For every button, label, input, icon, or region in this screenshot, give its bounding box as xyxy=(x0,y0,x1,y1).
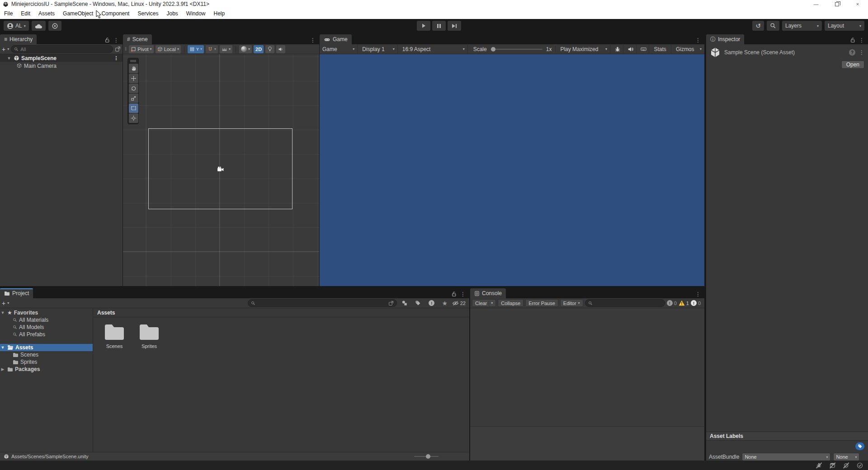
layers-dropdown[interactable]: Layers▾ xyxy=(782,21,822,31)
menu-component[interactable]: Component xyxy=(97,8,133,19)
console-detail-pane[interactable] xyxy=(470,426,704,461)
hierarchy-item-scene[interactable]: ▼ SampleScene ⋮ xyxy=(0,54,123,62)
auto-refresh-disabled-icon[interactable] xyxy=(842,461,850,469)
hierarchy-search-input[interactable]: All xyxy=(11,45,113,53)
error-count-toggle[interactable]: ! 0 xyxy=(691,300,703,306)
console-search-input[interactable] xyxy=(585,299,665,307)
tree-assets[interactable]: ▼ Assets xyxy=(0,344,93,351)
popout-icon[interactable] xyxy=(388,301,394,306)
account-button[interactable]: AL ▾ xyxy=(4,21,29,31)
undo-history-button[interactable]: ↺ xyxy=(752,21,764,31)
activity-ok-icon[interactable] xyxy=(856,461,863,469)
tab-game[interactable]: Game xyxy=(320,34,352,44)
unlock-icon[interactable] xyxy=(850,37,855,43)
tree-packages[interactable]: ▶ Packages xyxy=(0,366,93,373)
scale-tool[interactable] xyxy=(129,94,138,103)
open-scene-button[interactable]: Open xyxy=(841,61,864,69)
hierarchy-item-main-camera[interactable]: Main Camera xyxy=(0,62,123,70)
debug-button[interactable] xyxy=(612,44,623,54)
stats-toggle[interactable]: Stats xyxy=(651,44,671,54)
menu-help[interactable]: Help xyxy=(210,8,229,19)
save-search-button[interactable]: ★ xyxy=(439,300,450,307)
panel-menu-icon[interactable]: ⋮ xyxy=(695,291,701,297)
hidden-packages-toggle[interactable]: 22 xyxy=(452,301,467,306)
tree-all-prefabs[interactable]: All Prefabs xyxy=(0,331,93,338)
transform-tool[interactable] xyxy=(129,113,138,123)
tree-sprites[interactable]: Sprites xyxy=(0,358,93,366)
game-target-dropdown[interactable]: Game▾ xyxy=(320,44,358,54)
scene-menu-icon[interactable]: ⋮ xyxy=(113,56,123,61)
scene-viewport[interactable] xyxy=(123,54,319,286)
foldout-arrow-icon[interactable]: ▶ xyxy=(0,367,5,371)
toolbar-grip-icon[interactable]: ‖ xyxy=(125,47,127,52)
close-button[interactable]: × xyxy=(847,0,868,8)
menu-services[interactable]: Services xyxy=(133,8,162,19)
unlock-icon[interactable] xyxy=(104,37,110,43)
grid-visibility-toggle[interactable]: Y ▾ xyxy=(188,45,204,53)
tree-scenes[interactable]: Scenes xyxy=(0,351,93,358)
pause-button[interactable] xyxy=(432,21,446,31)
snap-toggle[interactable]: ▾ xyxy=(206,45,218,53)
help-icon[interactable]: ? xyxy=(849,49,855,56)
play-button[interactable] xyxy=(417,21,430,31)
popout-icon[interactable] xyxy=(115,46,121,52)
tab-inspector[interactable]: ⓘ Inspector xyxy=(706,34,744,44)
tab-project[interactable]: Project xyxy=(0,288,33,298)
filter-by-label-button[interactable] xyxy=(412,300,424,306)
warning-count-toggle[interactable]: 1 xyxy=(679,300,689,306)
project-search-input[interactable] xyxy=(248,299,397,307)
input-button[interactable] xyxy=(638,44,650,54)
mute-audio-button[interactable] xyxy=(625,44,637,54)
assetbundle-dropdown[interactable]: None▾ xyxy=(742,453,830,461)
handle-rotation-dropdown[interactable]: Local ▾ xyxy=(156,45,181,53)
layout-dropdown[interactable]: Layout▾ xyxy=(825,21,864,31)
tree-all-materials[interactable]: All Materials xyxy=(0,316,93,324)
rotate-tool[interactable] xyxy=(129,84,138,93)
search-button[interactable] xyxy=(767,21,779,31)
move-tool[interactable] xyxy=(129,74,138,83)
restore-button[interactable] xyxy=(826,0,847,8)
panel-menu-icon[interactable]: ⋮ xyxy=(859,38,864,43)
info-count-toggle[interactable]: ! 0 xyxy=(667,300,677,306)
cache-server-disconnected-icon[interactable] xyxy=(829,461,836,469)
mode-2d-toggle[interactable]: 2D xyxy=(254,45,264,53)
clear-button[interactable]: Clear ▾ xyxy=(472,299,496,307)
thumbnail-size-knob[interactable] xyxy=(426,454,430,459)
add-label-button[interactable] xyxy=(855,442,864,450)
debugger-disabled-icon[interactable] xyxy=(815,461,823,469)
pivot-mode-dropdown[interactable]: Pivot ▾ xyxy=(129,45,153,53)
asset-menu-icon[interactable]: ⋮ xyxy=(859,50,864,55)
menu-edit[interactable]: Edit xyxy=(17,8,34,19)
create-add-button[interactable]: + xyxy=(2,300,5,307)
gizmos-dropdown[interactable]: Gizmos▾ xyxy=(673,44,704,54)
tree-all-models[interactable]: All Models xyxy=(0,324,93,331)
folder-item-scenes[interactable]: Scenes xyxy=(97,323,132,349)
rect-tool[interactable] xyxy=(129,103,138,113)
tree-favorites[interactable]: ▼ ★ Favorites xyxy=(0,309,93,316)
panel-menu-icon[interactable]: ⋮ xyxy=(460,291,466,297)
asset-labels-header[interactable]: Asset Labels xyxy=(706,432,868,441)
display-dropdown[interactable]: Display 1▾ xyxy=(359,44,397,54)
cloud-services-button[interactable] xyxy=(32,21,46,31)
overlay-grip-icon[interactable] xyxy=(128,59,138,63)
draw-mode-dropdown[interactable]: ▾ xyxy=(239,45,252,53)
console-log-list[interactable] xyxy=(470,308,704,426)
lighting-toggle[interactable] xyxy=(265,45,274,53)
tab-scene[interactable]: # Scene xyxy=(123,34,152,44)
panel-menu-icon[interactable]: ⋮ xyxy=(695,38,701,43)
view-hand-tool[interactable] xyxy=(129,64,138,73)
snap-increment-dropdown[interactable]: ▾ xyxy=(220,45,232,53)
error-pause-toggle[interactable]: Error Pause xyxy=(525,299,558,307)
step-button[interactable] xyxy=(448,21,461,31)
import-log-button[interactable]: ! xyxy=(426,300,438,306)
unlock-icon[interactable] xyxy=(451,291,457,297)
scale-slider-knob[interactable] xyxy=(491,47,495,52)
minimize-button[interactable]: — xyxy=(806,0,826,8)
foldout-arrow-icon[interactable]: ▼ xyxy=(0,310,5,315)
menu-gameobject[interactable]: GameObject xyxy=(59,8,97,19)
thumbnail-size-slider[interactable] xyxy=(414,456,439,457)
foldout-arrow-icon[interactable]: ▼ xyxy=(0,345,5,350)
menu-window[interactable]: Window xyxy=(182,8,210,19)
collapse-toggle[interactable]: Collapse xyxy=(498,299,524,307)
editor-dropdown[interactable]: Editor ▾ xyxy=(560,299,583,307)
